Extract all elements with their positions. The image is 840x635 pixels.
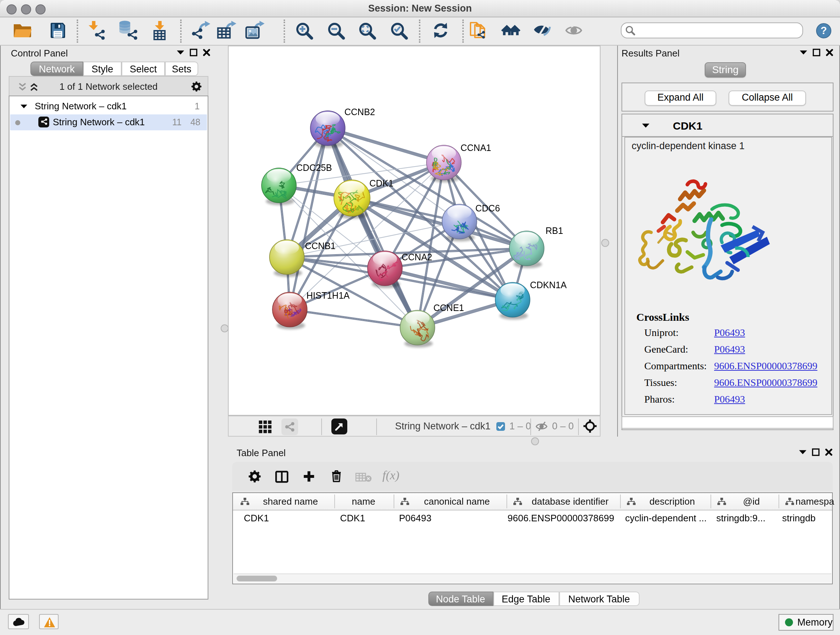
scrollbar-thumb[interactable] [236, 575, 277, 581]
graph-node-CDC6[interactable]: CDC6 [442, 203, 500, 241]
crosslink-pharos-link[interactable]: P06493 [714, 394, 745, 405]
tab-style[interactable]: Style [83, 62, 122, 76]
save-session-button[interactable] [48, 20, 68, 41]
tab-select[interactable]: Select [122, 62, 165, 76]
string-home-button[interactable] [501, 20, 521, 41]
open-in-window-icon[interactable] [332, 418, 347, 434]
graph-node-RB1[interactable]: RB1 [509, 226, 563, 268]
panel-float-icon[interactable] [813, 49, 821, 57]
zoom-out-button[interactable] [325, 20, 346, 41]
graph-node-CDC25B[interactable]: CDC25B [261, 163, 332, 205]
gene-expander-icon[interactable] [642, 123, 650, 128]
results-scrollbar[interactable] [622, 416, 834, 429]
crosslink-row: Tissues: 9606.ENSP00000378699 [644, 374, 817, 391]
graph-node-CCNA1[interactable]: CCNA1 [426, 143, 491, 182]
network-graph[interactable]: CCNB2CCNA1CDC25BCDK1CDC6RB1CCNB1CCNA2CDK… [228, 46, 600, 415]
panel-float-icon[interactable] [812, 448, 820, 456]
crosslink-row: Uniprot: P06493 [644, 325, 817, 341]
panel-menu-icon[interactable] [177, 50, 185, 55]
import-table-file-button[interactable] [150, 20, 170, 41]
copy-network-button[interactable] [468, 20, 488, 41]
network-view-title: String Network – cdk1 [395, 416, 491, 436]
cloud-icon [12, 618, 25, 626]
column-header[interactable]: database identifier [521, 493, 620, 509]
graph-node-label-HIST1H1A: HIST1H1A [306, 290, 349, 301]
network-canvas[interactable]: CCNB2CCNA1CDC25BCDK1CDC6RB1CCNB1CCNA2CDK… [227, 46, 600, 415]
network-row-selected[interactable]: String Network – cdk1 11 48 [10, 114, 207, 130]
export-network-button[interactable] [190, 20, 210, 41]
network-collection-row[interactable]: String Network – cdk1 1 [10, 98, 207, 114]
bottom-splitter-knob[interactable] [531, 437, 538, 445]
network-options-gear-icon[interactable] [191, 81, 202, 92]
graph-edge[interactable] [289, 128, 328, 310]
zoom-selected-button[interactable] [388, 20, 409, 41]
panel-close-icon[interactable] [202, 49, 210, 57]
right-splitter-knob[interactable] [601, 239, 609, 247]
export-image-button[interactable] [245, 20, 265, 41]
hidden-eye-icon [535, 421, 548, 431]
panel-close-icon[interactable] [826, 49, 834, 57]
column-header[interactable]: canonical name [408, 493, 506, 509]
show-all-button[interactable] [564, 20, 584, 41]
column-header[interactable]: @id [725, 493, 778, 509]
results-panel: Results Panel String Expand All Collapse… [617, 46, 837, 436]
birdseye-grid-icon[interactable] [258, 420, 272, 433]
collection-expander-icon[interactable] [20, 104, 27, 109]
panel-float-icon[interactable] [189, 49, 197, 57]
tab-sets[interactable]: Sets [165, 62, 198, 76]
results-tab-string[interactable]: String [705, 62, 746, 77]
selected-checkbox-icon[interactable] [496, 422, 505, 431]
add-column-icon[interactable] [302, 470, 315, 483]
import-network-database-button[interactable] [118, 20, 138, 41]
show-column-panel-icon[interactable] [275, 470, 288, 483]
column-header[interactable]: name [334, 493, 393, 509]
title-bar[interactable]: Session: New Session [0, 0, 840, 17]
table-horizontal-scrollbar[interactable] [233, 573, 831, 583]
hide-selected-button[interactable] [532, 20, 552, 41]
statusbar-separator [578, 418, 579, 435]
tab-network-table[interactable]: Network Table [559, 592, 639, 606]
table-options-gear-icon[interactable] [248, 470, 261, 483]
network-node-count: 11 [164, 114, 182, 130]
control-panel-title: Control Panel [11, 48, 68, 59]
crosslink-tissues-link[interactable]: 9606.ENSP00000378699 [714, 377, 817, 388]
toolbar-separator [180, 19, 181, 43]
zoom-in-button[interactable] [294, 20, 314, 41]
gene-section-header[interactable]: CDK1 [622, 114, 833, 137]
share-network-icon[interactable] [281, 418, 298, 435]
cloud-status-button[interactable] [8, 614, 29, 629]
memory-button[interactable]: Memory [778, 614, 834, 630]
crosslink-uniprot-link[interactable]: P06493 [714, 327, 745, 338]
open-session-button[interactable] [12, 20, 33, 41]
toolbar-separator [284, 19, 285, 43]
tab-node-table[interactable]: Node Table [428, 592, 493, 606]
help-button[interactable]: ? [816, 23, 831, 38]
column-header[interactable]: namespace [796, 493, 834, 509]
zoom-fit-button[interactable] [357, 20, 377, 41]
window-title: Session: New Session [0, 0, 840, 17]
collapse-all-button[interactable]: Collapse All [729, 90, 806, 105]
panel-menu-icon[interactable] [799, 449, 807, 454]
search-input[interactable] [621, 22, 803, 38]
column-header[interactable]: description [634, 493, 710, 509]
panel-close-icon[interactable] [825, 448, 833, 456]
import-network-file-button[interactable] [87, 20, 107, 41]
crosslink-genecard-link[interactable]: P06493 [714, 344, 745, 355]
export-table-button[interactable] [216, 20, 237, 41]
panel-menu-icon[interactable] [799, 50, 807, 55]
delete-column-trash-icon[interactable] [330, 469, 343, 483]
crosslink-compartments-link[interactable]: 9606.ENSP00000378699 [714, 361, 817, 371]
graph-edge[interactable] [289, 309, 417, 328]
tab-edge-table[interactable]: Edge Table [493, 592, 559, 606]
left-splitter-knob[interactable] [220, 325, 228, 333]
tab-network[interactable]: Network [30, 62, 83, 76]
graph-node-HIST1H1A[interactable]: HIST1H1A [272, 290, 349, 329]
expand-all-button[interactable]: Expand All [645, 90, 716, 105]
warnings-button[interactable] [39, 614, 58, 629]
graph-node-CDKN1A[interactable]: CDKN1A [495, 280, 567, 320]
center-view-crosshair-icon[interactable] [583, 419, 597, 433]
refresh-button[interactable] [430, 20, 450, 41]
collection-label: String Network – cdk1 [35, 101, 126, 111]
column-header[interactable]: shared name [247, 493, 334, 509]
statusbar-separator [531, 418, 531, 435]
